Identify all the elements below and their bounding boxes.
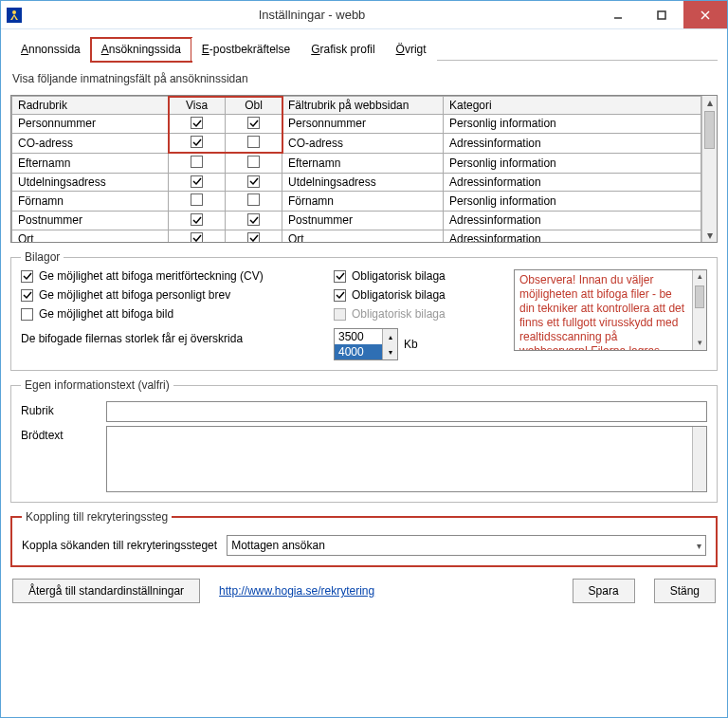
col-header-obl[interactable]: Obl bbox=[226, 97, 282, 115]
scroll-up-icon[interactable]: ▴ bbox=[702, 96, 717, 109]
size-unit: Kb bbox=[404, 338, 418, 351]
brod-textarea[interactable] bbox=[106, 426, 707, 492]
tab-3[interactable]: Grafisk profil bbox=[300, 38, 385, 61]
obl-checkbox-row3[interactable] bbox=[247, 175, 260, 188]
bild-label: Ge möjlighet att bifoga bild bbox=[39, 307, 173, 321]
tab-strip: AnnonssidaAnsökningssidaE-postbekräftels… bbox=[10, 37, 718, 61]
obl-checkbox-row6[interactable] bbox=[247, 232, 260, 243]
visa-checkbox-row0[interactable] bbox=[191, 117, 203, 129]
bilagor-group: Bilagor Ge möjlighet att bifoga meritför… bbox=[10, 250, 718, 371]
visa-checkbox-row2[interactable] bbox=[191, 156, 203, 168]
koppling-value: Mottagen ansökan bbox=[231, 539, 325, 552]
scroll-thumb[interactable] bbox=[704, 111, 715, 149]
close-window-button[interactable]: Stäng bbox=[654, 579, 716, 603]
textarea-scrollbar[interactable] bbox=[692, 427, 706, 491]
fields-table: RadrubrikVisaOblFältrubrik på webbsidanK… bbox=[10, 95, 718, 243]
table-row[interactable]: OrtOrtAdressinformation bbox=[12, 230, 701, 242]
visa-checkbox-row6[interactable] bbox=[191, 232, 203, 243]
tab-2[interactable]: E-postbekräftelse bbox=[191, 38, 300, 61]
note-scroll-up-icon[interactable]: ▴ bbox=[693, 270, 706, 284]
tab-1[interactable]: Ansökningssida bbox=[91, 38, 191, 61]
col-header-visa[interactable]: Visa bbox=[169, 97, 226, 115]
oblig2-label: Obligatorisk bilaga bbox=[352, 288, 446, 302]
bilagor-legend: Bilagor bbox=[21, 250, 64, 264]
cv-label: Ge möjlighet att bifoga meritförteckning… bbox=[39, 269, 264, 283]
brod-label: Brödtext bbox=[21, 426, 97, 442]
table-row[interactable]: FörnamnFörnamnPersonlig information bbox=[12, 192, 701, 212]
obl-checkbox-row1[interactable] bbox=[247, 136, 260, 148]
titlebar: Inställningar - webb bbox=[1, 1, 727, 29]
note-scroll-down-icon[interactable]: ▾ bbox=[693, 337, 706, 350]
settings-window: Inställningar - webb AnnonssidaAnsökning… bbox=[0, 0, 728, 718]
size-label: De bifogade filernas storlek får ej över… bbox=[21, 332, 243, 345]
visa-checkbox-row1[interactable] bbox=[191, 136, 203, 148]
svg-point-0 bbox=[12, 10, 16, 14]
warning-text: Observera! Innan du väljer möjligheten a… bbox=[519, 273, 701, 351]
spinner-value-1: 4000 bbox=[335, 344, 382, 359]
obl-checkbox-row0[interactable] bbox=[247, 117, 260, 129]
app-icon bbox=[7, 8, 22, 23]
visa-checkbox-row5[interactable] bbox=[191, 213, 203, 226]
table-row[interactable]: UtdelningsadressUtdelningsadressAdressin… bbox=[12, 173, 701, 192]
tab-4[interactable]: Övrigt bbox=[386, 38, 437, 61]
egen-info-legend: Egen informationstext (valfri) bbox=[21, 378, 173, 392]
scroll-down-icon[interactable]: ▾ bbox=[702, 229, 717, 242]
warning-note: Observera! Innan du väljer möjligheten a… bbox=[514, 269, 707, 351]
tab-0[interactable]: Annonssida bbox=[10, 38, 91, 61]
oblig2-checkbox[interactable] bbox=[334, 289, 346, 302]
note-scroll-thumb[interactable] bbox=[695, 285, 704, 308]
minimize-button[interactable] bbox=[596, 1, 640, 28]
table-row[interactable]: EfternamnEfternamnPersonlig information bbox=[12, 153, 701, 173]
reset-button[interactable]: Återgå till standardinställningar bbox=[12, 579, 200, 603]
chevron-down-icon: ▾ bbox=[697, 541, 701, 551]
spinner-value-0: 3500 bbox=[335, 329, 382, 344]
koppling-label: Koppla sökanden till rekryteringssteget bbox=[22, 539, 217, 552]
rubrik-label: Rubrik bbox=[21, 401, 97, 417]
svg-rect-2 bbox=[658, 11, 665, 19]
bild-checkbox[interactable] bbox=[21, 308, 33, 321]
table-row[interactable]: PostnummerPostnummerAdressinformation bbox=[12, 212, 701, 230]
maximize-button[interactable] bbox=[640, 1, 683, 28]
col-header-radrubrik[interactable]: Radrubrik bbox=[12, 97, 169, 115]
save-button[interactable]: Spara bbox=[573, 579, 635, 603]
visa-checkbox-row4[interactable] bbox=[191, 193, 203, 206]
oblig1-checkbox[interactable] bbox=[334, 270, 346, 283]
oblig3-label: Obligatorisk bilaga bbox=[352, 307, 446, 321]
brev-checkbox[interactable] bbox=[21, 289, 33, 302]
table-row[interactable]: PersonnummerPersonnummerPersonlig inform… bbox=[12, 115, 701, 134]
note-scrollbar[interactable]: ▴ ▾ bbox=[692, 270, 706, 350]
col-header-kategori[interactable]: Kategori bbox=[444, 97, 701, 115]
koppling-select[interactable]: Mottagen ansökan ▾ bbox=[227, 535, 706, 556]
help-link[interactable]: http://www.hogia.se/rekrytering bbox=[219, 584, 374, 598]
oblig3-checkbox bbox=[334, 308, 346, 321]
spinner-down-icon[interactable]: ▾ bbox=[383, 344, 397, 359]
cv-checkbox[interactable] bbox=[21, 270, 33, 283]
obl-checkbox-row2[interactable] bbox=[247, 156, 260, 168]
oblig1-label: Obligatorisk bilaga bbox=[352, 269, 446, 283]
close-button[interactable] bbox=[683, 1, 727, 28]
visa-checkbox-row3[interactable] bbox=[191, 175, 203, 188]
rubrik-input[interactable] bbox=[106, 401, 707, 422]
table-scrollbar[interactable]: ▴ ▾ bbox=[701, 96, 717, 242]
brev-label: Ge möjlighet att bifoga personligt brev bbox=[39, 288, 230, 302]
size-spinner[interactable]: 3500▴ 4000▾ bbox=[334, 328, 398, 360]
spinner-up-icon[interactable]: ▴ bbox=[383, 329, 397, 344]
obl-checkbox-row5[interactable] bbox=[247, 213, 260, 226]
egen-info-group: Egen informationstext (valfri) Rubrik Br… bbox=[10, 378, 718, 503]
col-header-faltrubrik[interactable]: Fältrubrik på webbsidan bbox=[282, 97, 444, 115]
window-title: Inställningar - webb bbox=[27, 8, 596, 22]
table-row[interactable]: CO-adressCO-adressAdressinformation bbox=[12, 133, 701, 153]
koppling-legend: Koppling till rekryteringssteg bbox=[22, 510, 172, 524]
fields-heading: Visa följande inmatningsfält på ansöknin… bbox=[12, 72, 718, 85]
koppling-group: Koppling till rekryteringssteg Koppla sö… bbox=[10, 510, 718, 567]
footer: Återgå till standardinställningar http:/… bbox=[10, 575, 718, 607]
obl-checkbox-row4[interactable] bbox=[247, 193, 260, 206]
